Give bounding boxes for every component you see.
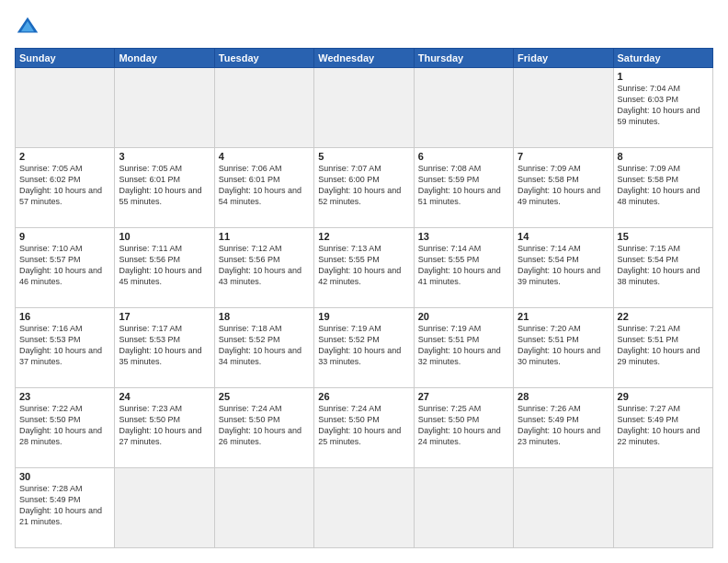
page: SundayMondayTuesdayWednesdayThursdayFrid… [0,0,728,563]
day-header-tuesday: Tuesday [214,49,313,68]
day-info: Sunrise: 7:11 AM Sunset: 5:56 PM Dayligh… [119,243,210,288]
calendar-cell [314,468,414,548]
calendar-cell: 9Sunrise: 7:10 AM Sunset: 5:57 PM Daylig… [16,228,115,308]
calendar-cell: 5Sunrise: 7:07 AM Sunset: 6:00 PM Daylig… [314,148,414,228]
day-number: 27 [418,391,509,402]
calendar-cell: 2Sunrise: 7:05 AM Sunset: 6:02 PM Daylig… [16,148,115,228]
day-number: 2 [19,151,110,162]
day-info: Sunrise: 7:09 AM Sunset: 5:58 PM Dayligh… [618,163,709,208]
calendar-cell: 7Sunrise: 7:09 AM Sunset: 5:58 PM Daylig… [514,148,613,228]
day-number: 21 [518,311,609,322]
calendar-week-2: 2Sunrise: 7:05 AM Sunset: 6:02 PM Daylig… [16,148,713,228]
day-info: Sunrise: 7:24 AM Sunset: 5:50 PM Dayligh… [318,403,409,448]
calendar-table: SundayMondayTuesdayWednesdayThursdayFrid… [15,48,713,548]
day-info: Sunrise: 7:22 AM Sunset: 5:50 PM Dayligh… [19,403,110,448]
day-number: 16 [19,311,110,322]
day-number: 3 [119,151,210,162]
day-number: 5 [318,151,409,162]
calendar-cell [16,68,115,148]
day-info: Sunrise: 7:13 AM Sunset: 5:55 PM Dayligh… [318,243,409,288]
calendar-cell: 29Sunrise: 7:27 AM Sunset: 5:49 PM Dayli… [613,388,712,468]
calendar-cell: 4Sunrise: 7:06 AM Sunset: 6:01 PM Daylig… [214,148,313,228]
day-info: Sunrise: 7:24 AM Sunset: 5:50 PM Dayligh… [219,403,310,448]
calendar-cell [115,68,214,148]
day-number: 30 [19,471,110,482]
day-info: Sunrise: 7:26 AM Sunset: 5:49 PM Dayligh… [518,403,609,448]
calendar-cell: 26Sunrise: 7:24 AM Sunset: 5:50 PM Dayli… [314,388,414,468]
calendar-cell: 21Sunrise: 7:20 AM Sunset: 5:51 PM Dayli… [514,308,613,388]
calendar-cell: 12Sunrise: 7:13 AM Sunset: 5:55 PM Dayli… [314,228,414,308]
calendar-cell: 3Sunrise: 7:05 AM Sunset: 6:01 PM Daylig… [115,148,214,228]
calendar-cell: 25Sunrise: 7:24 AM Sunset: 5:50 PM Dayli… [214,388,313,468]
calendar-cell: 28Sunrise: 7:26 AM Sunset: 5:49 PM Dayli… [514,388,613,468]
calendar-cell: 14Sunrise: 7:14 AM Sunset: 5:54 PM Dayli… [514,228,613,308]
calendar-cell: 18Sunrise: 7:18 AM Sunset: 5:52 PM Dayli… [214,308,313,388]
day-info: Sunrise: 7:20 AM Sunset: 5:51 PM Dayligh… [518,323,609,368]
day-info: Sunrise: 7:21 AM Sunset: 5:51 PM Dayligh… [618,323,709,368]
calendar-cell: 1Sunrise: 7:04 AM Sunset: 6:03 PM Daylig… [613,68,712,148]
calendar-week-3: 9Sunrise: 7:10 AM Sunset: 5:57 PM Daylig… [16,228,713,308]
day-number: 22 [618,311,709,322]
calendar-cell: 20Sunrise: 7:19 AM Sunset: 5:51 PM Dayli… [414,308,513,388]
calendar-cell: 8Sunrise: 7:09 AM Sunset: 5:58 PM Daylig… [613,148,712,228]
calendar-header-row: SundayMondayTuesdayWednesdayThursdayFrid… [16,49,713,68]
day-info: Sunrise: 7:05 AM Sunset: 6:02 PM Dayligh… [19,163,110,208]
calendar-cell: 6Sunrise: 7:08 AM Sunset: 5:59 PM Daylig… [414,148,513,228]
day-number: 24 [119,391,210,402]
calendar-cell [613,468,712,548]
day-info: Sunrise: 7:10 AM Sunset: 5:57 PM Dayligh… [19,243,110,288]
calendar-cell: 22Sunrise: 7:21 AM Sunset: 5:51 PM Dayli… [613,308,712,388]
day-number: 8 [618,151,709,162]
day-info: Sunrise: 7:14 AM Sunset: 5:55 PM Dayligh… [418,243,509,288]
day-number: 1 [618,71,709,82]
calendar-week-6: 30Sunrise: 7:28 AM Sunset: 5:49 PM Dayli… [16,468,713,548]
day-number: 12 [318,231,409,242]
calendar-cell: 24Sunrise: 7:23 AM Sunset: 5:50 PM Dayli… [115,388,214,468]
day-number: 29 [618,391,709,402]
day-info: Sunrise: 7:16 AM Sunset: 5:53 PM Dayligh… [19,323,110,368]
calendar-cell: 27Sunrise: 7:25 AM Sunset: 5:50 PM Dayli… [414,388,513,468]
day-info: Sunrise: 7:23 AM Sunset: 5:50 PM Dayligh… [119,403,210,448]
calendar-cell: 11Sunrise: 7:12 AM Sunset: 5:56 PM Dayli… [214,228,313,308]
logo-icon [15,15,40,40]
day-header-sunday: Sunday [16,49,115,68]
day-info: Sunrise: 7:12 AM Sunset: 5:56 PM Dayligh… [219,243,310,288]
day-number: 9 [19,231,110,242]
calendar-week-5: 23Sunrise: 7:22 AM Sunset: 5:50 PM Dayli… [16,388,713,468]
calendar-cell: 30Sunrise: 7:28 AM Sunset: 5:49 PM Dayli… [16,468,115,548]
calendar-cell [514,68,613,148]
day-info: Sunrise: 7:15 AM Sunset: 5:54 PM Dayligh… [618,243,709,288]
day-info: Sunrise: 7:28 AM Sunset: 5:49 PM Dayligh… [19,483,110,528]
day-number: 15 [618,231,709,242]
calendar-cell [214,68,313,148]
day-header-friday: Friday [514,49,613,68]
day-info: Sunrise: 7:06 AM Sunset: 6:01 PM Dayligh… [219,163,310,208]
calendar-cell [214,468,313,548]
calendar-cell: 16Sunrise: 7:16 AM Sunset: 5:53 PM Dayli… [16,308,115,388]
calendar-cell: 17Sunrise: 7:17 AM Sunset: 5:53 PM Dayli… [115,308,214,388]
day-number: 6 [418,151,509,162]
day-info: Sunrise: 7:18 AM Sunset: 5:52 PM Dayligh… [219,323,310,368]
day-number: 20 [418,311,509,322]
calendar-cell: 10Sunrise: 7:11 AM Sunset: 5:56 PM Dayli… [115,228,214,308]
day-number: 13 [418,231,509,242]
day-number: 19 [318,311,409,322]
day-number: 4 [219,151,310,162]
day-header-thursday: Thursday [414,49,513,68]
calendar-week-1: 1Sunrise: 7:04 AM Sunset: 6:03 PM Daylig… [16,68,713,148]
day-number: 11 [219,231,310,242]
day-number: 7 [518,151,609,162]
calendar-cell: 23Sunrise: 7:22 AM Sunset: 5:50 PM Dayli… [16,388,115,468]
day-info: Sunrise: 7:27 AM Sunset: 5:49 PM Dayligh… [618,403,709,448]
header [15,15,713,40]
day-info: Sunrise: 7:05 AM Sunset: 6:01 PM Dayligh… [119,163,210,208]
day-info: Sunrise: 7:14 AM Sunset: 5:54 PM Dayligh… [518,243,609,288]
day-number: 26 [318,391,409,402]
calendar-cell: 19Sunrise: 7:19 AM Sunset: 5:52 PM Dayli… [314,308,414,388]
day-info: Sunrise: 7:09 AM Sunset: 5:58 PM Dayligh… [518,163,609,208]
calendar-cell: 13Sunrise: 7:14 AM Sunset: 5:55 PM Dayli… [414,228,513,308]
logo [15,15,44,40]
day-number: 17 [119,311,210,322]
day-number: 14 [518,231,609,242]
day-number: 10 [119,231,210,242]
